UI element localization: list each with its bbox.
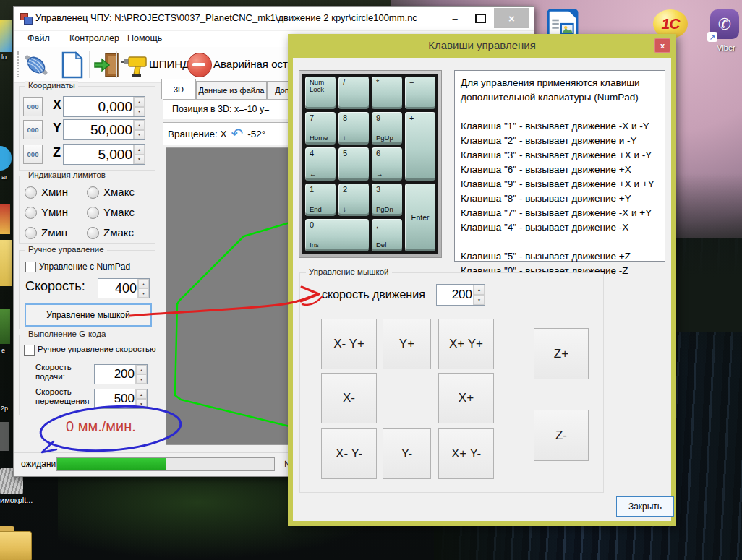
jog-button-xplus-yplus[interactable]: X+ Y+ [438, 319, 494, 369]
help-line: дополнительной клавиатуры (NumPad) [461, 90, 665, 105]
spin-down-icon[interactable]: ▼ [134, 130, 145, 140]
coord-z-field[interactable]: 5,000 ▲ ▼ [63, 144, 145, 165]
feed-speed-spinner[interactable]: ▲ ▼ [135, 365, 147, 384]
jog-button-yminus[interactable]: Y- [383, 428, 431, 479]
maximize-button[interactable] [469, 9, 491, 27]
dialog-title: Клавиши управления [288, 39, 676, 51]
mouse-speed-field[interactable]: 200 ▲ ▼ [436, 284, 485, 306]
spindle-drill-icon[interactable] [121, 53, 147, 77]
numpad-keys: Num Lock / * − 7Home 8↑ 9PgUp + 4← 5 6→ … [302, 74, 438, 254]
toolbar-grip[interactable] [17, 51, 19, 77]
rotation-label: Вращение: X [168, 129, 227, 139]
limit-indicator-zmin [25, 227, 37, 239]
menu-controller[interactable]: Контроллер [69, 33, 119, 43]
spin-down-icon[interactable]: ▼ [134, 155, 145, 165]
numpad-key-enter: Enter [405, 184, 435, 251]
spin-down-icon[interactable]: ▼ [474, 295, 485, 305]
move-speed-label-1: Скорость [35, 387, 72, 397]
progress-bar [56, 457, 275, 471]
spin-down-icon[interactable]: ▼ [136, 374, 147, 384]
jog-button-zplus[interactable]: Z+ [534, 328, 589, 379]
coords-group: Координаты 000 X 0,000 ▲ ▼ 000 Y 50,000 [19, 86, 155, 171]
manual-speed-field[interactable]: 400 ▲ ▼ [98, 278, 150, 298]
numpad-key-9: 9PgUp [372, 112, 402, 145]
mouse-group-label: Управление мышкой [306, 267, 392, 276]
viber-icon[interactable]: ✆ ↗ [710, 9, 739, 39]
jog-button-xminus-yminus[interactable]: X- Y- [321, 428, 377, 479]
spin-down-icon[interactable]: ▼ [136, 399, 147, 408]
spin-up-icon[interactable]: ▲ [134, 120, 145, 130]
move-speed-field[interactable]: 500 ▲ ▼ [94, 389, 148, 409]
limit-label-ymax: Yмакс [103, 206, 135, 218]
spin-up-icon[interactable]: ▲ [136, 365, 147, 374]
limit-indicator-ymin [25, 207, 37, 219]
phone-icon: ✆ [718, 15, 731, 34]
document-icon[interactable] [60, 51, 85, 79]
jog-button-xminus-yplus[interactable]: X- Y+ [321, 319, 377, 369]
menu-file[interactable]: Файл [27, 33, 50, 43]
feed-speed-value: 200 [114, 365, 135, 384]
viber-icon-label: Viber [712, 43, 741, 52]
app-icon [20, 13, 31, 23]
jog-button-xminus[interactable]: X- [321, 373, 377, 423]
feed-speed-label-2: подачи: [35, 372, 65, 382]
tab-3d[interactable]: 3D [161, 79, 196, 99]
numpad-checkbox[interactable] [25, 262, 36, 272]
menu-help[interactable]: Помощь [127, 33, 162, 43]
coord-x-value: 0,000 [98, 97, 132, 116]
gcode-group: Выполнение G-кода Ручное управление скор… [19, 335, 155, 415]
help-line: Клавиша "5" - вызывает движение +Z [461, 249, 665, 264]
limit-label-zmin: Zмин [41, 226, 67, 238]
titlebar: Управленец ЧПУ: N:\PROJECTS\0037_PlanetC… [14, 7, 534, 30]
feed-speed-field[interactable]: 200 ▲ ▼ [94, 364, 148, 384]
mouse-speed-spinner[interactable]: ▲ ▼ [473, 285, 485, 305]
spin-down-icon[interactable]: ▼ [138, 288, 149, 298]
spin-up-icon[interactable]: ▲ [138, 279, 149, 288]
mouse-control-button[interactable]: Управление мышкой [25, 303, 152, 327]
mouse-speed-value: 200 [452, 285, 472, 305]
edge-icon-fragment[interactable] [0, 422, 9, 451]
edge-icon-fragment[interactable] [0, 204, 10, 234]
spin-down-icon[interactable]: ▼ [134, 107, 145, 117]
emergency-stop-icon[interactable] [187, 53, 212, 77]
minimize-button[interactable]: – [445, 9, 465, 27]
zero-x-button[interactable]: 000 [23, 97, 43, 116]
coord-x-field[interactable]: 0,000 ▲ ▼ [63, 96, 145, 117]
close-button[interactable]: × [494, 8, 529, 28]
help-line: Клавиша "3" - вызывает движение +X и -Y [461, 148, 665, 163]
tab-file-data[interactable]: Данные из файла [196, 81, 267, 99]
engraving-bit-icon[interactable] [21, 51, 51, 79]
screen: lo ar e 2p имокplt... 1С ✆ ↗ Viber [0, 0, 742, 560]
coord-row-y: 000 Y 50,000 ▲ ▼ [20, 119, 155, 139]
spin-up-icon[interactable]: ▲ [134, 97, 145, 107]
numpad-key-3: 3PgDn [372, 184, 402, 216]
spin-up-icon[interactable]: ▲ [136, 389, 147, 399]
coord-z-spinner[interactable]: ▲ ▼ [133, 145, 145, 164]
desktop-icon-label: имокplt... [0, 496, 33, 504]
spin-up-icon[interactable]: ▲ [134, 145, 145, 155]
jog-button-xplus[interactable]: X+ [438, 373, 494, 423]
jog-button-yplus[interactable]: Y+ [383, 319, 431, 369]
manual-speed-checkbox[interactable] [24, 345, 35, 356]
coord-y-value: 50,000 [90, 120, 132, 139]
rotate-arrow-icon[interactable]: ↶ [231, 130, 244, 137]
zero-y-button[interactable]: 000 [23, 120, 43, 139]
manual-speed-spinner[interactable]: ▲ ▼ [137, 279, 149, 298]
edge-icon-fragment[interactable] [0, 309, 10, 344]
dialog-close-action-button[interactable]: Закрыть [616, 496, 674, 517]
coord-y-spinner[interactable]: ▲ ▼ [133, 120, 145, 139]
jog-button-zminus[interactable]: Z- [534, 410, 589, 461]
limits-group-label: Индикация лимитов [25, 171, 108, 179]
dialog-close-button[interactable]: x [654, 38, 670, 53]
exit-door-icon[interactable] [93, 51, 122, 79]
zero-z-button[interactable]: 000 [23, 145, 43, 164]
coord-y-field[interactable]: 50,000 ▲ ▼ [63, 119, 145, 140]
move-speed-spinner[interactable]: ▲ ▼ [135, 389, 147, 408]
spin-up-icon[interactable]: ▲ [474, 285, 485, 295]
edge-icon-label: lo [1, 53, 7, 61]
edge-icon-fragment[interactable] [0, 240, 12, 286]
coord-x-spinner[interactable]: ▲ ▼ [133, 97, 145, 116]
jog-button-xplus-yminus[interactable]: X+ Y- [438, 428, 494, 479]
edge-icon-fragment[interactable] [0, 20, 12, 52]
folder-icon[interactable] [0, 526, 32, 560]
